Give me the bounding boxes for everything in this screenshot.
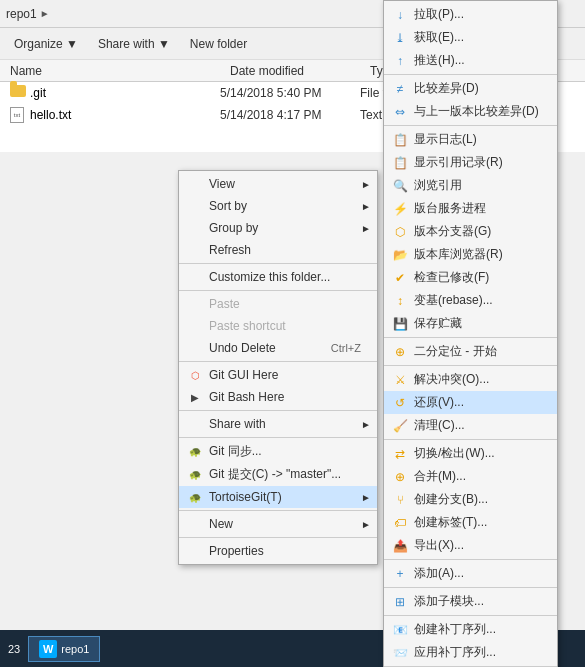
file-name: hello.txt xyxy=(30,108,71,122)
ctx-refresh[interactable]: Refresh xyxy=(179,239,377,261)
ctx-ref-log[interactable]: 📋 显示引用记录(R) xyxy=(384,151,557,174)
taskbar-time: 23 xyxy=(8,643,20,655)
ctx-create-branch[interactable]: ⑂ 创建分支(B)... xyxy=(384,488,557,511)
ctx-daemon[interactable]: ⚡ 版台服务进程 xyxy=(384,197,557,220)
separator xyxy=(384,337,557,338)
apply-patch-icon: 📨 xyxy=(392,645,408,661)
ctx-properties[interactable]: Properties xyxy=(179,540,377,562)
col-header-name[interactable]: Name xyxy=(6,64,226,78)
branch-graph-icon: ⬡ xyxy=(392,224,408,240)
share-with-button[interactable]: Share with ▼ xyxy=(90,34,178,54)
format-patch-icon: 📧 xyxy=(392,622,408,638)
create-tag-icon: 🏷 xyxy=(392,515,408,531)
fetch-icon: ⤓ xyxy=(392,30,408,46)
ctx-pull[interactable]: ↓ 拉取(P)... xyxy=(384,3,557,26)
ctx-sort-by[interactable]: Sort by ► xyxy=(179,195,377,217)
ctx-customize-folder[interactable]: Customize this folder... xyxy=(179,266,377,288)
ctx-rebase[interactable]: ↕ 变基(rebase)... xyxy=(384,289,557,312)
folder-icon xyxy=(10,85,26,101)
git-commit-icon: 🐢 xyxy=(187,467,203,483)
tortoisegit-icon: 🐢 xyxy=(187,489,203,505)
ctx-stash[interactable]: 💾 保存贮藏 xyxy=(384,312,557,335)
new-folder-button[interactable]: New folder xyxy=(182,34,255,54)
check-mod-icon: ✔ xyxy=(392,270,408,286)
separator xyxy=(179,290,377,291)
diff-icon: ≠ xyxy=(392,81,408,97)
clean-icon: 🧹 xyxy=(392,418,408,434)
diff-prev-icon: ⇔ xyxy=(392,104,408,120)
ctx-new[interactable]: New ► xyxy=(179,513,377,535)
resolve-icon: ⚔ xyxy=(392,372,408,388)
new-icon xyxy=(187,516,203,532)
separator xyxy=(179,537,377,538)
ctx-apply-patch[interactable]: 📨 应用补丁序列... xyxy=(384,641,557,664)
ctx-tortoisegit[interactable]: 🐢 TortoiseGit(T) ► xyxy=(179,486,377,508)
organize-button[interactable]: Organize ▼ xyxy=(6,34,86,54)
stash-icon: 💾 xyxy=(392,316,408,332)
repo-browser-icon: 📂 xyxy=(392,247,408,263)
ctx-add[interactable]: + 添加(A)... xyxy=(384,562,557,585)
separator xyxy=(179,510,377,511)
properties-icon xyxy=(187,543,203,559)
ref-log-icon: 📋 xyxy=(392,155,408,171)
refresh-icon xyxy=(187,242,203,258)
ctx-clean[interactable]: 🧹 清理(C)... xyxy=(384,414,557,437)
submodule-icon: ⊞ xyxy=(392,594,408,610)
ctx-diff[interactable]: ≠ 比较差异(D) xyxy=(384,77,557,100)
ctx-undo-delete[interactable]: Undo Delete Ctrl+Z xyxy=(179,337,377,359)
ctx-format-patch[interactable]: 📧 创建补丁序列... xyxy=(384,618,557,641)
file-name-cell: .git xyxy=(10,85,220,101)
pull-icon: ↓ xyxy=(392,7,408,23)
revert-icon: ↺ xyxy=(392,395,408,411)
ctx-group-by[interactable]: Group by ► xyxy=(179,217,377,239)
merge-icon: ⊕ xyxy=(392,469,408,485)
undo-icon xyxy=(187,340,203,356)
ctx-repo-browser[interactable]: 📂 版本库浏览器(R) xyxy=(384,243,557,266)
ctx-share-with[interactable]: Share with ► xyxy=(179,413,377,435)
git-bash-icon: ▶ xyxy=(187,389,203,405)
taskbar-app[interactable]: W repo1 xyxy=(28,636,100,662)
ctx-git-gui[interactable]: ⬡ Git GUI Here xyxy=(179,364,377,386)
ctx-fetch[interactable]: ⤓ 获取(E)... xyxy=(384,26,557,49)
w-logo: W xyxy=(39,640,57,658)
ctx-submodule[interactable]: ⊞ 添加子模块... xyxy=(384,590,557,613)
customize-icon xyxy=(187,269,203,285)
ctx-revert[interactable]: ↺ 还原(V)... xyxy=(384,391,557,414)
ctx-browse-ref[interactable]: 🔍 浏览引用 xyxy=(384,174,557,197)
separator xyxy=(384,365,557,366)
file-name-cell: txt hello.txt xyxy=(10,107,220,123)
txt-icon: txt xyxy=(10,107,26,123)
context-menu-left: View ► Sort by ► Group by ► Refresh Cust… xyxy=(178,170,378,565)
ctx-branch-graph[interactable]: ⬡ 版本分支器(G) xyxy=(384,220,557,243)
taskbar-app-label: repo1 xyxy=(61,643,89,655)
separator xyxy=(384,74,557,75)
ctx-show-log[interactable]: 📋 显示日志(L) xyxy=(384,128,557,151)
paste-icon xyxy=(187,296,203,312)
ctx-git-sync[interactable]: 🐢 Git 同步... xyxy=(179,440,377,463)
ctx-switch[interactable]: ⇄ 切换/检出(W)... xyxy=(384,442,557,465)
git-sync-icon: 🐢 xyxy=(187,444,203,460)
ctx-export[interactable]: 📤 导出(X)... xyxy=(384,534,557,557)
ctx-create-tag[interactable]: 🏷 创建标签(T)... xyxy=(384,511,557,534)
ctx-merge[interactable]: ⊕ 合并(M)... xyxy=(384,465,557,488)
daemon-icon: ⚡ xyxy=(392,201,408,217)
ctx-check-mod[interactable]: ✔ 检查已修改(F) xyxy=(384,266,557,289)
separator xyxy=(179,361,377,362)
group-icon xyxy=(187,220,203,236)
view-icon xyxy=(187,176,203,192)
log-icon: 📋 xyxy=(392,132,408,148)
ctx-git-bash[interactable]: ▶ Git Bash Here xyxy=(179,386,377,408)
ctx-paste: Paste xyxy=(179,293,377,315)
ctx-view[interactable]: View ► xyxy=(179,173,377,195)
ctx-paste-shortcut: Paste shortcut xyxy=(179,315,377,337)
git-gui-icon: ⬡ xyxy=(187,367,203,383)
ctx-bisect[interactable]: ⊕ 二分定位 - 开始 xyxy=(384,340,557,363)
ctx-resolve[interactable]: ⚔ 解决冲突(O)... xyxy=(384,368,557,391)
ctx-diff-prev[interactable]: ⇔ 与上一版本比较差异(D) xyxy=(384,100,557,123)
ctx-push[interactable]: ↑ 推送(H)... xyxy=(384,49,557,72)
bisect-icon: ⊕ xyxy=(392,344,408,360)
ctx-git-commit[interactable]: 🐢 Git 提交(C) -> "master"... xyxy=(179,463,377,486)
export-icon: 📤 xyxy=(392,538,408,554)
col-header-date[interactable]: Date modified xyxy=(226,64,366,78)
browse-ref-icon: 🔍 xyxy=(392,178,408,194)
